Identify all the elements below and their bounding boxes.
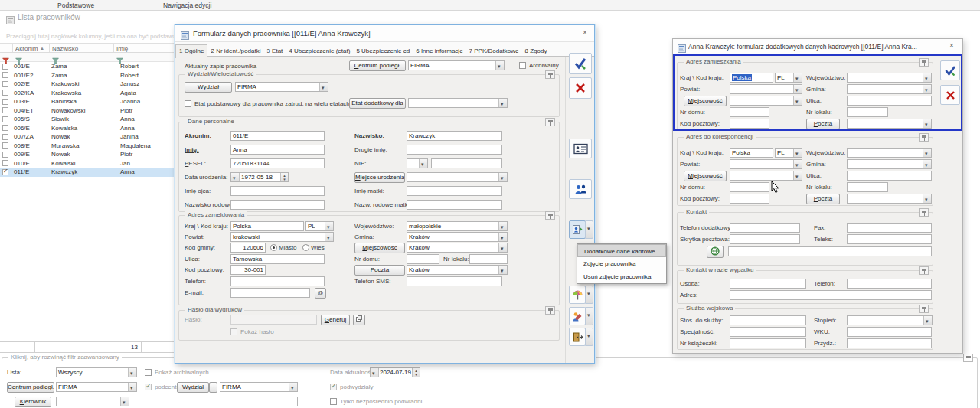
employment-history-button[interactable]	[569, 139, 592, 158]
osoba-field[interactable]	[730, 279, 806, 289]
wku-field[interactable]	[847, 327, 932, 337]
telefon-field[interactable]	[230, 276, 325, 286]
wydzial-filter-select[interactable]: FIRMA	[220, 382, 298, 392]
menu-item-usun-zdjecie[interactable]: Usuń zdjęcie pracownika	[577, 270, 666, 283]
dropdown-arrow-icon[interactable]	[923, 73, 931, 82]
miejscowosc-select[interactable]	[730, 96, 802, 106]
tab-nr-ident-podatki[interactable]: 2 Nr ident./podatki	[207, 45, 263, 56]
nip-prefix-select[interactable]	[407, 158, 428, 168]
close-icon[interactable]: ×	[949, 42, 954, 50]
tab-ubezpieczenie-etat[interactable]: 4 Ubezpieczenie (etat)	[286, 45, 353, 56]
dropdown-arrow-icon[interactable]	[793, 171, 802, 180]
centrum-podleglosci-button[interactable]: Centrum podległ.	[7, 382, 54, 393]
etat-dodatkowy-button[interactable]: Etat dodatkowy dla	[349, 98, 406, 109]
dropdown-arrow-icon[interactable]	[793, 160, 802, 168]
filter-panel-title[interactable]: Kliknij, aby rozwinąć filtr zaawansowany	[8, 354, 122, 361]
menu-item-zdjecie[interactable]: Zdjęcie pracownika	[577, 257, 666, 270]
email-field[interactable]	[230, 288, 310, 298]
dropdown-arrow-icon[interactable]	[585, 307, 593, 325]
tab-etat[interactable]: 3 Etat	[263, 45, 286, 56]
tab-ubezpieczenie-cd[interactable]: 5 Ubezpieczenie cd	[353, 45, 413, 56]
telefon-sms-field[interactable]	[407, 276, 502, 286]
nr-lokalu-field[interactable]	[847, 182, 888, 192]
wydzial-select[interactable]: FIRMA	[235, 82, 328, 92]
gmina-select[interactable]	[847, 84, 932, 94]
dropdown-arrow-icon[interactable]	[289, 383, 297, 391]
dropdown-arrow-icon[interactable]	[923, 119, 931, 128]
save-button[interactable]	[940, 60, 960, 80]
miasto-radio[interactable]	[270, 244, 277, 251]
akronim-field[interactable]: 011/E	[230, 131, 325, 141]
dropdown-arrow-icon[interactable]	[585, 286, 593, 304]
data-urodzenia-field[interactable]: 1972-05-18	[230, 172, 289, 182]
close-icon[interactable]: ×	[583, 29, 587, 37]
przydz-field[interactable]	[847, 338, 932, 348]
kod-pocztowy-field[interactable]	[730, 119, 769, 129]
dropdown-arrow-icon[interactable]	[371, 368, 379, 377]
specjalnosc-field[interactable]	[730, 327, 806, 337]
dropdown-arrow-icon[interactable]	[498, 173, 507, 181]
skrytka-field[interactable]	[730, 234, 800, 244]
nr-ksiazeczki-field[interactable]	[730, 338, 806, 348]
lista-select[interactable]: Wszyscy	[56, 367, 137, 377]
nazwisko-field[interactable]: Krawczyk	[407, 131, 502, 141]
row-checkbox[interactable]	[2, 81, 8, 87]
nip-field[interactable]	[431, 158, 502, 168]
data-aktualnosci-field[interactable]: 2024-07-19	[370, 367, 420, 377]
poczta-button[interactable]: Poczta	[354, 265, 405, 276]
miejscowosc-select[interactable]: Kraków	[407, 243, 508, 253]
poczta-button[interactable]: Poczta	[806, 194, 840, 204]
collapse-pin-icon[interactable]	[545, 70, 555, 79]
open-website-button[interactable]	[707, 246, 724, 258]
powiat-select[interactable]	[730, 159, 802, 169]
dropdown-arrow-icon[interactable]	[128, 368, 136, 377]
nr-domu-field[interactable]	[407, 254, 439, 264]
dropdown-arrow-icon[interactable]	[498, 99, 507, 107]
teleks-field[interactable]	[847, 234, 932, 244]
etat-dodatkowy-select[interactable]	[408, 98, 508, 108]
dropdown-arrow-icon[interactable]	[793, 73, 802, 82]
gmina-select[interactable]: Kraków	[407, 232, 508, 242]
collapse-pin-icon[interactable]	[963, 354, 973, 362]
kod-pocztowy-field[interactable]: 30-001	[230, 265, 266, 275]
row-checkbox[interactable]	[2, 134, 8, 140]
dropdown-arrow-icon[interactable]	[793, 96, 802, 105]
imie-matki-field[interactable]	[407, 186, 502, 196]
wies-radio[interactable]	[302, 244, 309, 251]
dropdown-arrow-icon[interactable]	[325, 222, 333, 230]
kod-pocztowy-field[interactable]	[730, 194, 769, 204]
cancel-button[interactable]	[569, 77, 592, 99]
kod-kraju-select[interactable]: PL	[775, 148, 802, 158]
collapse-pin-icon[interactable]	[919, 266, 929, 275]
dropdown-arrow-icon[interactable]	[923, 194, 931, 203]
dropdown-arrow-icon[interactable]	[585, 328, 593, 346]
row-checkbox[interactable]	[2, 64, 8, 70]
row-checkbox[interactable]	[2, 99, 8, 105]
dialog-titlebar[interactable]: Formularz danych pracownika [[011/E] Ann…	[175, 25, 594, 42]
miejsce-urodzenia-select[interactable]	[407, 172, 508, 182]
row-checkbox[interactable]	[2, 125, 8, 131]
nr-lokalu-field[interactable]	[847, 107, 888, 117]
tab-inne-informacje[interactable]: 6 Inne informacje	[413, 45, 466, 56]
etat-podstawowy-checkbox[interactable]	[185, 100, 191, 107]
poczta-button[interactable]: Poczta	[806, 119, 840, 129]
nr-domu-field[interactable]	[730, 107, 769, 117]
dropdown-arrow-icon[interactable]	[120, 397, 129, 406]
save-button[interactable]	[569, 53, 592, 74]
dropdown-arrow-icon[interactable]	[498, 233, 507, 241]
additional-data-button[interactable]	[569, 220, 586, 239]
nr-domu-field[interactable]	[730, 182, 769, 192]
ulica-field[interactable]	[847, 96, 932, 106]
leave-records-button[interactable]	[569, 328, 586, 346]
row-checkbox[interactable]	[2, 107, 8, 113]
accident-insurance-button[interactable]	[569, 286, 586, 304]
gmina-select[interactable]	[847, 159, 932, 169]
poczta-select[interactable]: Kraków	[407, 265, 508, 275]
wydzial-dropdown-arrow[interactable]	[209, 382, 217, 393]
declarations-button[interactable]	[569, 307, 586, 325]
cancel-button[interactable]	[940, 85, 960, 105]
miejscowosc-select[interactable]	[730, 171, 802, 181]
wojewodztwo-select[interactable]: małopolskie	[407, 221, 508, 231]
ribbon-tab-nawigacja[interactable]: Nawigacja edycji	[163, 2, 211, 9]
kraj-field[interactable]: Polska	[730, 148, 773, 158]
